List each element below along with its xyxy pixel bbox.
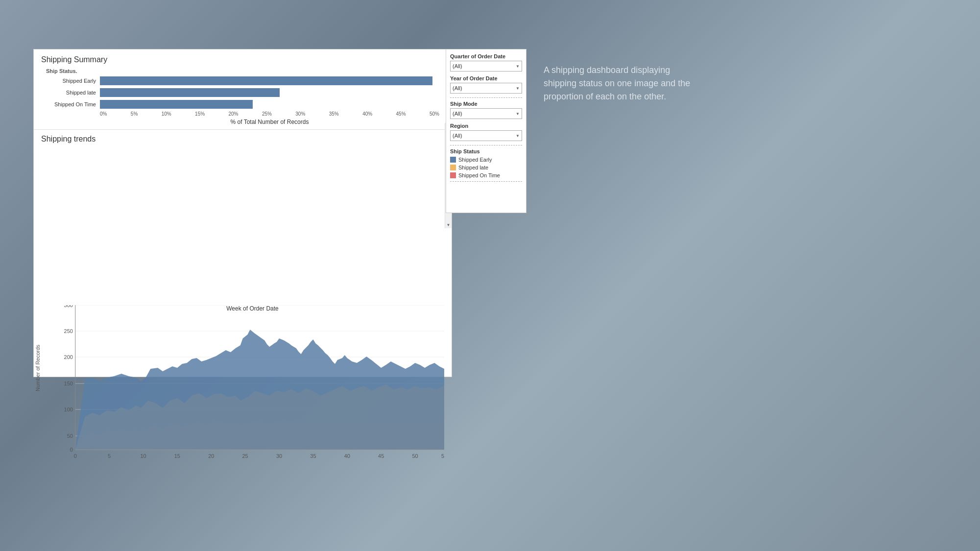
ship-mode-filter-label: Ship Mode bbox=[450, 101, 522, 107]
legend-item-late: Shipped late bbox=[450, 165, 522, 170]
bar-container-early bbox=[100, 76, 439, 85]
divider-2 bbox=[450, 145, 522, 145]
svg-text:40: 40 bbox=[344, 453, 350, 459]
region-filter: Region (All) ▼ bbox=[450, 123, 522, 141]
svg-text:150: 150 bbox=[64, 381, 73, 386]
svg-text:0: 0 bbox=[74, 453, 77, 459]
svg-marker-28 bbox=[75, 330, 444, 450]
svg-text:250: 250 bbox=[64, 328, 73, 334]
quarter-filter: Quarter of Order Date (All) ▼ bbox=[450, 53, 522, 72]
shipping-summary-title: Shipping Summary bbox=[41, 55, 444, 64]
description-panel: A shipping dashboard displaying shipping… bbox=[544, 64, 691, 103]
y-axis-label: Number of Records bbox=[35, 345, 41, 391]
shipping-summary-section: Shipping Summary Ship Status. Shipped Ea… bbox=[34, 49, 452, 130]
year-filter-value: (All) bbox=[453, 85, 462, 91]
svg-text:50: 50 bbox=[67, 433, 73, 439]
quarter-filter-label: Quarter of Order Date bbox=[450, 53, 522, 59]
quarter-filter-value: (All) bbox=[453, 63, 462, 69]
quarter-filter-select[interactable]: (All) ▼ bbox=[450, 61, 522, 72]
ship-status-legend-label: Ship Status bbox=[450, 148, 522, 154]
year-filter-label: Year of Order Date bbox=[450, 75, 522, 81]
svg-text:10: 10 bbox=[140, 453, 146, 459]
scroll-down-arrow[interactable]: ▼ bbox=[445, 221, 452, 228]
ship-mode-filter-value: (All) bbox=[453, 111, 462, 117]
region-dropdown-arrow: ▼ bbox=[516, 134, 520, 138]
year-filter-select[interactable]: (All) ▼ bbox=[450, 83, 522, 94]
svg-text:15: 15 bbox=[174, 453, 180, 459]
divider-1 bbox=[450, 97, 522, 98]
shipping-trends-title: Shipping trends bbox=[41, 135, 444, 144]
svg-text:200: 200 bbox=[64, 354, 73, 360]
legend-color-ontime bbox=[450, 172, 456, 178]
legend-label-ontime: Shipped On Time bbox=[458, 172, 500, 178]
ship-status-legend: Ship Status Shipped Early Shipped late S… bbox=[450, 148, 522, 178]
side-panel: Quarter of Order Date (All) ▼ Year of Or… bbox=[446, 49, 526, 213]
divider-3 bbox=[450, 181, 522, 182]
legend-label-late: Shipped late bbox=[458, 165, 488, 170]
svg-text:25: 25 bbox=[242, 453, 248, 459]
svg-text:35: 35 bbox=[310, 453, 316, 459]
region-filter-select[interactable]: (All) ▼ bbox=[450, 130, 522, 141]
bar-fill-early bbox=[100, 76, 432, 85]
x-axis-title: % of Total Number of Records bbox=[100, 119, 439, 125]
area-chart-wrapper: Number of Records 300 250 200 150 100 50… bbox=[41, 305, 444, 472]
svg-text:5: 5 bbox=[108, 453, 111, 459]
year-dropdown-arrow: ▼ bbox=[516, 86, 520, 91]
quarter-dropdown-arrow: ▼ bbox=[516, 64, 520, 69]
legend-item-ontime: Shipped On Time bbox=[450, 172, 522, 178]
main-panel: Shipping Summary Ship Status. Shipped Ea… bbox=[33, 49, 452, 377]
description-text: A shipping dashboard displaying shipping… bbox=[544, 65, 690, 101]
year-filter: Year of Order Date (All) ▼ bbox=[450, 75, 522, 94]
svg-text:30: 30 bbox=[276, 453, 282, 459]
bar-row-early: Shipped Early bbox=[46, 76, 439, 86]
bar-row-ontime: Shipped On Time bbox=[46, 99, 439, 109]
region-filter-label: Region bbox=[450, 123, 522, 129]
bar-chart-axis-label: Ship Status. bbox=[46, 68, 439, 74]
svg-text:100: 100 bbox=[64, 407, 73, 412]
svg-text:55: 55 bbox=[441, 453, 444, 459]
svg-text:0: 0 bbox=[70, 447, 73, 453]
bar-row-late: Shipped late bbox=[46, 88, 439, 97]
bar-fill-ontime bbox=[100, 100, 253, 109]
svg-text:20: 20 bbox=[208, 453, 214, 459]
bar-label-ontime: Shipped On Time bbox=[46, 101, 100, 107]
bar-chart-area: Ship Status. Shipped Early Shipped late … bbox=[41, 68, 444, 125]
x-axis-labels: 0% 5% 10% 15% 20% 25% 30% 35% 40% 45% 50… bbox=[100, 111, 439, 117]
legend-label-early: Shipped Early bbox=[458, 157, 492, 163]
legend-item-early: Shipped Early bbox=[450, 157, 522, 163]
ship-mode-filter-select[interactable]: (All) ▼ bbox=[450, 108, 522, 119]
ship-mode-filter: Ship Mode (All) ▼ bbox=[450, 101, 522, 119]
area-chart-svg: 300 250 200 150 100 50 0 0 5 10 15 20 25… bbox=[61, 305, 444, 462]
bar-container-ontime bbox=[100, 100, 439, 109]
bar-fill-late bbox=[100, 88, 280, 97]
legend-color-early bbox=[450, 157, 456, 163]
ship-mode-dropdown-arrow: ▼ bbox=[516, 112, 520, 116]
shipping-trends-section: Shipping trends Number of Records 300 25… bbox=[34, 130, 452, 474]
svg-text:300: 300 bbox=[64, 305, 73, 308]
svg-text:50: 50 bbox=[412, 453, 418, 459]
svg-text:45: 45 bbox=[378, 453, 384, 459]
bar-label-late: Shipped late bbox=[46, 90, 100, 96]
region-filter-value: (All) bbox=[453, 133, 462, 139]
bar-container-late bbox=[100, 88, 439, 97]
bar-label-early: Shipped Early bbox=[46, 78, 100, 84]
legend-color-late bbox=[450, 165, 456, 170]
